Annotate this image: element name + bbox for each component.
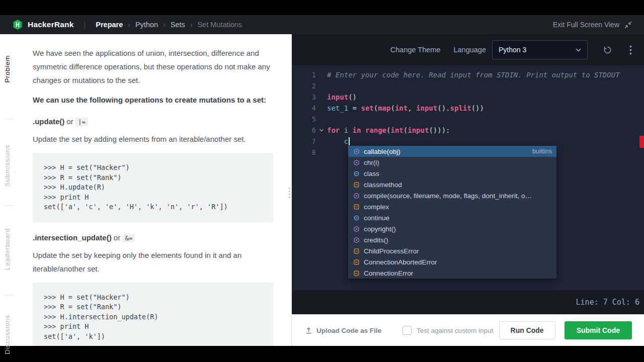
suggestion-item[interactable]: ConnectionAbortedError — [348, 256, 556, 267]
breadcrumb-set-mutations: Set Mutations — [197, 21, 242, 29]
run-code-button[interactable]: Run Code — [499, 321, 555, 339]
code-line[interactable]: 4set_1 = set(map(int, input().split()) — [292, 103, 644, 114]
operator-code: &= — [122, 234, 135, 242]
suggestion-label: class — [364, 170, 379, 177]
method-name: .intersection_update() — [33, 233, 112, 242]
fn-suggestion-icon — [353, 237, 360, 243]
tab-discussions[interactable]: Discussions — [4, 315, 11, 354]
editor-pane: Change Theme Language Python 3 — [292, 34, 644, 346]
suggestion-item[interactable]: classmethod — [348, 179, 556, 190]
line-number: 7 — [292, 136, 316, 147]
language-select[interactable]: Python 3 — [492, 40, 588, 59]
method-description: Update the set by keeping only the eleme… — [33, 248, 273, 276]
line-number: 3 — [292, 92, 316, 103]
editor-footer: Upload Code as File Test against custom … — [292, 314, 644, 346]
suggestion-item[interactable]: chr(i) — [348, 157, 556, 168]
line-number: 8 — [292, 147, 316, 158]
text-cursor — [349, 137, 350, 145]
fold-spacer — [316, 92, 327, 103]
fn-suggestion-icon — [353, 159, 360, 166]
code-token: # Enter your code here. Read input from … — [327, 71, 620, 79]
pane-resize-handle[interactable] — [289, 188, 290, 198]
history-icon[interactable] — [603, 45, 612, 55]
exit-fullscreen-button[interactable]: Exit Full Screen View — [553, 21, 619, 29]
code-line[interactable]: 2 — [292, 80, 644, 92]
breadcrumb-separator: › — [163, 21, 166, 29]
code-token: int — [391, 126, 404, 134]
code-editor[interactable]: 1# Enter your code here. Read input from… — [292, 65, 644, 290]
code-line[interactable]: 3input() — [292, 92, 644, 103]
suggestion-label: compile(source, filename, mode, flags, d… — [364, 192, 532, 200]
rail-divider — [4, 119, 14, 119]
kw-suggestion-icon — [353, 215, 360, 221]
conjunction: or — [67, 117, 73, 126]
hackerrank-logo-icon[interactable] — [12, 19, 23, 30]
code-line[interactable]: 6for i in range(int(input())): — [292, 125, 644, 136]
header-divider: | — [84, 21, 86, 29]
rail-divider — [4, 295, 14, 295]
tab-problem[interactable]: Problem — [4, 55, 11, 82]
submit-code-button[interactable]: Submit Code — [565, 321, 632, 339]
kebab-menu-icon[interactable] — [629, 45, 632, 55]
tab-leaderboard[interactable]: Leaderboard — [4, 228, 11, 270]
method-description: Update the set by adding elements from a… — [33, 132, 273, 146]
suggestion-item[interactable]: class — [348, 168, 556, 179]
code-token: () — [348, 93, 357, 101]
cls-suggestion-icon — [353, 182, 360, 188]
suggestion-label: chr(i) — [364, 159, 379, 166]
code-token — [340, 126, 344, 134]
code-token — [361, 126, 365, 134]
suggestion-item[interactable]: compile(source, filename, mode, flags, d… — [348, 190, 556, 201]
cursor-position-status: Line: 7 Col: 6 — [576, 298, 639, 307]
tab-submissions[interactable]: Submissions — [4, 145, 11, 187]
collapse-fullscreen-icon[interactable] — [624, 21, 632, 29]
code-line[interactable]: 7 c — [292, 136, 644, 147]
line-number: 4 — [292, 103, 316, 114]
code-token: = — [348, 104, 361, 112]
suggestion-item[interactable]: continue — [348, 212, 556, 223]
brand-name[interactable]: HackerRank — [28, 20, 74, 29]
breadcrumb-prepare[interactable]: Prepare — [96, 21, 123, 29]
example-code-block: >>> H = set("Hacker") >>> R = set("Rank"… — [33, 283, 273, 346]
cls-suggestion-icon — [353, 270, 360, 277]
code-lines: 1# Enter your code here. Read input from… — [292, 69, 644, 158]
code-line[interactable]: 1# Enter your code here. Read input from… — [292, 69, 644, 80]
cls-suggestion-icon — [353, 248, 360, 254]
suggestion-label: continue — [364, 214, 389, 222]
suggestion-item[interactable]: ChildProcessError — [348, 245, 556, 256]
code-token: ()) — [471, 104, 484, 112]
breadcrumb-python[interactable]: Python — [135, 21, 158, 29]
fn-suggestion-icon — [353, 226, 360, 232]
error-overview-marker — [639, 136, 644, 148]
fold-chevron-icon[interactable] — [316, 125, 327, 136]
code-text: input() — [327, 92, 357, 103]
code-token: i — [344, 126, 348, 134]
suggestion-label: credits() — [364, 236, 388, 244]
fn-suggestion-icon — [353, 148, 360, 155]
example-code-block: >>> H = set("Hacker") >>> R = set("Rank"… — [33, 153, 273, 222]
app-header: HackerRank | Prepare › Python › Sets › S… — [0, 15, 644, 34]
breadcrumb-separator: › — [128, 21, 130, 29]
code-line[interactable]: 5 — [292, 114, 644, 125]
code-token: in — [353, 126, 361, 134]
problem-intro: We have seen the applications of union, … — [33, 46, 273, 87]
upload-code-button[interactable]: Upload Code as File — [305, 327, 381, 334]
suggestion-item[interactable]: complex — [348, 201, 556, 212]
change-theme-button[interactable]: Change Theme — [390, 46, 441, 54]
fn-suggestion-icon — [353, 193, 360, 199]
custom-input-checkbox[interactable] — [403, 326, 412, 335]
kw-suggestion-icon — [353, 170, 360, 177]
code-token: (). — [437, 104, 450, 112]
cls-suggestion-icon — [353, 259, 360, 265]
line-number: 2 — [292, 80, 316, 92]
suggestion-item[interactable]: callable(obj)builtins — [348, 146, 556, 157]
breadcrumb-sets[interactable]: Sets — [171, 21, 185, 29]
suggestion-item[interactable]: credits() — [348, 234, 556, 245]
suggestion-item[interactable]: copyright() — [348, 223, 556, 234]
chevron-down-icon — [576, 48, 581, 52]
code-token — [348, 126, 352, 134]
suggestion-item[interactable]: ConnectionError — [348, 267, 556, 279]
cls-suggestion-icon — [353, 204, 360, 210]
code-token: ( — [390, 104, 394, 112]
fold-spacer — [316, 136, 327, 147]
